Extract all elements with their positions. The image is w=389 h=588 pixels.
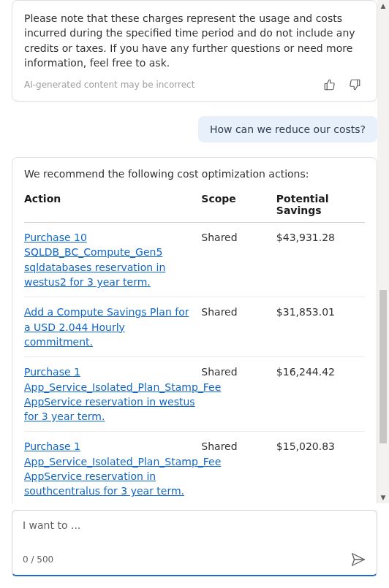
- action-link[interactable]: Purchase 1 App_Service_Isolated_Plan_Sta…: [24, 440, 221, 497]
- recommendation-intro: We recommend the following cost optimiza…: [24, 168, 365, 180]
- ai-note-text: Please note that these charges represent…: [24, 11, 365, 70]
- scrollbar-thumb[interactable]: [379, 290, 387, 443]
- table-row: Purchase 1 App_Service_Isolated_Plan_Sta…: [24, 357, 365, 432]
- table-header-action: Action: [24, 188, 201, 223]
- table-row: Purchase 1 App_Service_Isolated_Plan_Sta…: [24, 432, 365, 503]
- table-row: Add a Compute Savings Plan for a USD 2.0…: [24, 297, 365, 357]
- savings-cell: $43,931.28: [276, 223, 365, 297]
- recommendations-table: Action Scope Potential Savings Purchase …: [24, 188, 365, 503]
- scope-cell: Shared: [201, 223, 276, 297]
- thumbs-down-icon[interactable]: [347, 77, 362, 92]
- send-icon[interactable]: [350, 551, 366, 568]
- ai-disclaimer: AI-generated content may be incorrect: [24, 80, 194, 90]
- action-link[interactable]: Add a Compute Savings Plan for a USD 2.0…: [24, 306, 189, 348]
- table-row: Purchase 10 SQLDB_BC_Compute_Gen5 sqldat…: [24, 223, 365, 297]
- scrollbar-track[interactable]: [377, 12, 389, 492]
- user-message-bubble: How can we reduce our costs?: [198, 116, 377, 142]
- scope-cell: Shared: [201, 297, 276, 357]
- recommendations-card: We recommend the following cost optimiza…: [12, 157, 377, 503]
- vertical-scrollbar[interactable]: ▲ ▼: [377, 0, 389, 503]
- scrollbar-up-arrow-icon[interactable]: ▲: [377, 0, 389, 12]
- savings-cell: $15,020.83: [276, 432, 365, 503]
- thumbs-up-icon[interactable]: [322, 77, 337, 92]
- chat-input-placeholder: I want to ...: [23, 519, 366, 535]
- action-link[interactable]: Purchase 1 App_Service_Isolated_Plan_Sta…: [24, 366, 221, 422]
- user-message-text: How can we reduce our costs?: [210, 123, 366, 135]
- action-link[interactable]: Purchase 10 SQLDB_BC_Compute_Gen5 sqldat…: [24, 232, 165, 288]
- table-header-scope: Scope: [201, 188, 276, 223]
- savings-cell: $31,853.01: [276, 297, 365, 357]
- char-count: 0 / 500: [23, 554, 53, 565]
- ai-message-card: Please note that these charges represent…: [12, 0, 377, 102]
- scope-cell: Shared: [201, 357, 276, 432]
- feedback-buttons: [322, 77, 365, 92]
- chat-input[interactable]: I want to ... 0 / 500: [12, 510, 377, 576]
- table-header-savings: Potential Savings: [276, 188, 365, 223]
- scrollbar-down-arrow-icon[interactable]: ▼: [377, 492, 389, 503]
- savings-cell: $16,244.42: [276, 357, 365, 432]
